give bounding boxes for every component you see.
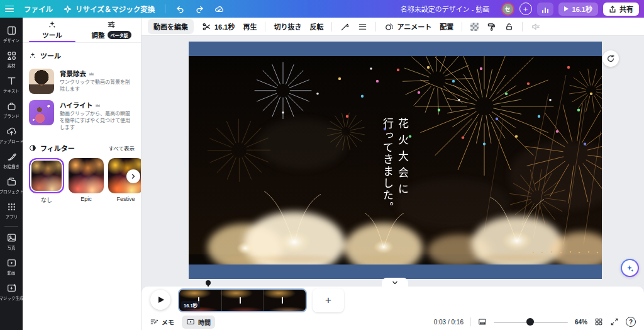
sidebar-item-design[interactable]: デザイン [0,22,23,47]
active-tab-indicator [29,41,75,43]
beta-badge: ベータ版 [108,31,131,39]
magic-assistant-button[interactable] [621,259,639,277]
divider [4,226,18,227]
filter-epic-thumbnail [69,158,104,193]
filter-epic[interactable]: Epic [69,158,104,204]
file-menu-button[interactable]: ファイル [24,4,53,14]
divider [331,22,332,31]
play-button[interactable]: 再生 [243,21,257,31]
sidebar-item-magic-generate[interactable]: マジック生成 [0,280,23,305]
sidebar: デザイン 素材 テキスト ブランド アップロード お絵描き プロジェクト アプ [0,18,23,330]
sidebar-item-apps[interactable]: アプリ [0,198,23,224]
reset-rotate-button[interactable] [602,50,619,67]
lock-icon[interactable] [504,22,514,31]
timeline-playhead[interactable] [206,280,211,285]
mute-icon[interactable] [531,22,540,31]
sidebar-item-uploads[interactable]: アップロード [0,123,23,148]
canvas-top-bar [189,42,602,56]
chevron-right-icon [131,174,136,179]
sidebar-item-photos[interactable]: 写真 [0,229,23,254]
video-clip-thumbnail[interactable]: 16.1秒 [178,288,307,312]
resize-magic-button[interactable]: リサイズ＆マジック変換 [63,4,155,14]
zoom-level: 64% [575,319,587,326]
sidebar-item-text[interactable]: テキスト [0,72,23,98]
spacing-lines-icon[interactable] [358,22,367,31]
animate-icon [384,22,394,31]
share-button[interactable]: 共有 [603,3,639,16]
sparkle-icon [63,4,72,14]
canvas-bottom-bar [189,265,602,279]
trim-duration-button[interactable]: 16.1秒 [202,21,235,31]
draw-icon [6,151,17,162]
page-view-icon[interactable] [478,317,487,326]
sidebar-item-videos[interactable]: 動画 [0,254,23,280]
play-icon [158,297,164,303]
zoom-slider-knob[interactable] [526,318,534,326]
text-icon [6,76,17,86]
play-icon [564,6,569,11]
sidebar-item-brand[interactable]: ブランド [0,98,23,123]
text-color-pen-icon[interactable] [340,22,350,31]
fullscreen-icon[interactable] [610,317,619,326]
animate-button[interactable]: アニメート [384,21,431,31]
time-view-button[interactable]: 時間 [182,316,215,329]
tab-adjust[interactable]: 調整 ベータ版 [82,18,141,42]
divider [375,22,376,31]
video-frame[interactable]: #burst line{stroke:currentColor;stroke-w… [189,56,602,265]
highlights-thumbnail [29,100,54,125]
chevron-down-icon [392,280,397,285]
sidebar-item-projects[interactable]: プロジェクト [0,173,23,198]
transparency-icon[interactable] [470,23,479,31]
sidebar-item-elements[interactable]: 素材 [0,47,23,72]
scissors-icon [202,22,211,31]
add-clip-button[interactable]: + [313,288,344,312]
divider [470,317,471,326]
preview-play-button[interactable]: 16.1秒 [558,3,598,16]
redo-icon[interactable] [195,4,204,14]
grid-view-icon[interactable] [594,317,603,326]
canvas-overlay-text-col2[interactable]: 行ってきました。 [380,118,396,213]
status-bar: メモ 時間 0:03 / 0:16 64% [142,314,644,330]
tab-tools[interactable]: ツール [23,18,82,42]
magic-generate-icon [6,283,17,293]
edit-video-button[interactable]: 動画を編集 [148,19,194,34]
zoom-slider[interactable] [494,317,568,326]
timeline-collapse-tab[interactable] [382,278,408,287]
cloud-saved-icon [214,4,224,14]
timeline-play-button[interactable] [150,290,170,310]
editor-content: 動画を編集 16.1秒 再生 切り抜き 反転 アニメート 配置 [142,18,644,330]
divider [265,22,265,31]
filter-none[interactable]: なし [29,158,64,204]
menu-icon[interactable] [5,4,14,14]
magic-wand-icon [48,20,57,29]
sparkles-icon [29,52,36,59]
sliders-icon [107,20,116,29]
rotate-icon [606,54,615,63]
document-title[interactable]: 名称未設定のデザイン - 動画 [401,4,490,14]
sidebar-item-draw[interactable]: お絵描き [0,148,23,173]
tools-section-header: ツール [23,43,141,65]
help-button[interactable]: ? [626,317,636,327]
canvas-overlay-text-col1[interactable]: 花火大会に [395,118,411,200]
pro-crown-icon [95,103,101,108]
divider [165,4,165,13]
tool-background-remover[interactable]: 背景除去 ワンクリックで動画の背景を削除します [23,65,141,97]
design-canvas[interactable]: #burst line{stroke:currentColor;stroke-w… [189,42,602,279]
avatar[interactable]: セ [501,3,514,16]
context-toolbar: 動画を編集 16.1秒 再生 切り抜き 反転 アニメート 配置 [142,18,644,36]
notes-button[interactable]: メモ [150,317,174,327]
videos-icon [6,258,17,268]
tool-panel: ツール 調整 ベータ版 ツール 背景除去 ワンクリックで動 [23,18,142,330]
photos-icon [6,232,17,243]
filters-row: なし Epic Festive [23,158,141,204]
insights-button[interactable] [537,3,553,16]
copy-style-roller-icon[interactable] [487,22,496,31]
add-member-button[interactable]: + [519,3,532,15]
see-all-link[interactable]: すべて表示 [108,144,135,152]
brand-icon [6,101,17,111]
flip-button[interactable]: 反転 [309,21,323,31]
position-button[interactable]: 配置 [440,21,453,31]
crop-button[interactable]: 切り抜き [274,21,301,31]
undo-icon[interactable] [175,4,185,14]
tool-highlights[interactable]: ハイライト 動画クリップから、最高の瞬間を簡単にすばやく見つけて使用します [23,97,141,134]
